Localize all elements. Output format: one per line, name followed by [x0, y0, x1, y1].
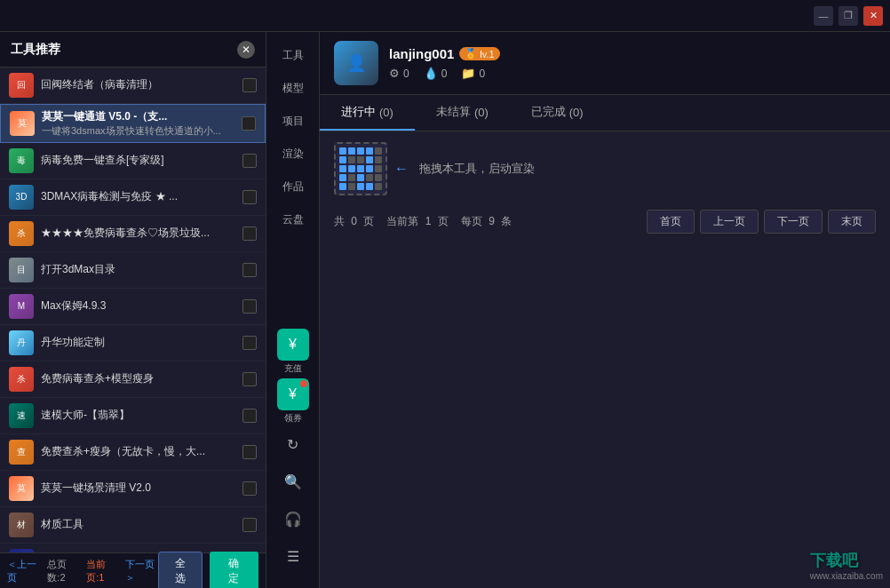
tool-checkbox[interactable] [242, 116, 256, 131]
sidebar-btn-coupon[interactable]: ¥ [277, 378, 309, 410]
tool-item[interactable]: 目打开3dMax目录 [0, 252, 266, 289]
tool-checkbox[interactable] [242, 372, 257, 386]
drag-arrow: ← [394, 161, 409, 177]
tool-item[interactable]: 材材质工具 [0, 507, 266, 544]
tool-checkbox[interactable] [242, 154, 257, 168]
sidebar-btn-search[interactable]: 🔍 [277, 465, 309, 497]
drag-grid-cell [339, 165, 346, 172]
sidebar-menu-item-projects[interactable]: 项目 [266, 105, 319, 138]
drag-grid-cell [375, 183, 382, 190]
profile-badge: 🏅 lv.1 [459, 47, 499, 60]
tool-item[interactable]: 杀免费病毒查杀+模型瘦身 [0, 362, 266, 398]
tool-item[interactable]: 莫莫莫一键场景清理 V2.0 [0, 471, 266, 507]
close-button[interactable]: ✕ [863, 6, 883, 26]
avatar: 👤 [334, 41, 378, 85]
drag-grid-cell [357, 156, 364, 163]
tab-unsettled[interactable]: 未结算(0) [415, 95, 510, 131]
footer-nav: ＜上一页 总页数:2 当前页:1 下一页＞ [7, 558, 158, 584]
drag-grid-cell [366, 147, 373, 155]
main-window: — ❐ ✕ 工具推荐 ✕ 回回阀终结者（病毒清理）莫莫莫一键通道 V5.0 -（… [0, 0, 890, 588]
tool-icon: 莫 [10, 111, 35, 136]
sidebar-btn-menu[interactable]: ☰ [277, 540, 309, 572]
tool-checkbox[interactable] [242, 263, 257, 277]
tool-icon: 目 [9, 258, 34, 282]
stat-item-1: 💧0 [424, 67, 448, 80]
prev-page-btn[interactable]: ＜上一页 [7, 558, 40, 584]
tool-item[interactable]: 杀★★★★免费病毒查杀♡场景垃圾... [0, 216, 266, 252]
tool-icon: 查 [9, 440, 34, 465]
pagination-info: 共 0 页 当前第 1 页 每页 9 条 [334, 210, 876, 234]
drag-grid-cell [375, 165, 382, 172]
tool-name: 免费病毒查杀+模型瘦身 [41, 372, 235, 386]
sidebar-menu-item-cloud[interactable]: 云盘 [266, 203, 319, 236]
profile-stats: ⚙0💧0📁0 [389, 67, 876, 80]
tool-checkbox[interactable] [242, 336, 257, 350]
drag-grid-cell [357, 174, 364, 181]
drag-grid-cell [339, 156, 346, 163]
paging-buttons: 首页上一页下一页末页 [647, 210, 876, 234]
sidebar-menu-item-tools[interactable]: 工具 [266, 39, 319, 72]
stat-item-2: 📁0 [461, 67, 485, 80]
tool-item[interactable]: 速速模大师-【翡翠】 [0, 398, 266, 434]
tool-checkbox[interactable] [242, 409, 257, 423]
sidebar-menu-item-works[interactable]: 作品 [266, 171, 319, 203]
drag-text: 拖拽本工具，启动宣染 [419, 161, 535, 177]
drag-grid-cell [348, 183, 355, 190]
title-bar: — ❐ ✕ [0, 0, 890, 32]
tool-icon: 3D [9, 185, 34, 210]
sidebar-action-charge: ¥充值 [277, 327, 309, 375]
drag-grid-cell [339, 183, 346, 190]
page-btn-末页[interactable]: 末页 [828, 210, 876, 234]
tool-item[interactable]: MMax保姆4.9.3 [0, 289, 266, 325]
footer-actions: 全选 确定 [158, 552, 258, 589]
confirm-button[interactable]: 确定 [210, 552, 258, 589]
tool-item[interactable]: 丹丹华功能定制 [0, 325, 266, 362]
sidebar-menu-item-render[interactable]: 渲染 [266, 138, 319, 171]
drag-grid-cell [366, 165, 373, 172]
stat-value-0: 0 [403, 68, 409, 80]
tab-completed[interactable]: 已完成(0) [510, 95, 605, 131]
profile-username: lanjing001 [389, 46, 454, 61]
tool-checkbox[interactable] [242, 78, 257, 92]
minimize-button[interactable]: — [814, 6, 833, 26]
sidebar-action-menu: ☰ [277, 538, 309, 574]
left-panel: 工具推荐 ✕ 回回阀终结者（病毒清理）莫莫莫一键通道 V5.0 -（支...一键… [0, 32, 266, 588]
tool-name: 速模大师-【翡翠】 [41, 409, 235, 423]
sidebar-action-coupon: ¥领券 [277, 377, 309, 425]
title-bar-controls: — ❐ ✕ [814, 6, 883, 26]
page-btn-下一页[interactable]: 下一页 [764, 210, 822, 234]
tool-item[interactable]: 3D3DMAX病毒检测与免疫 ★ ... [0, 179, 266, 216]
page-btn-上一页[interactable]: 上一页 [700, 210, 759, 234]
tool-checkbox[interactable] [242, 481, 257, 496]
page-btn-首页[interactable]: 首页 [647, 210, 695, 234]
tab-label-completed: 已完成 [531, 104, 566, 120]
profile-name-row: lanjing001 🏅 lv.1 [389, 46, 876, 61]
tab-in_progress[interactable]: 进行中(0) [320, 95, 415, 131]
select-all-button[interactable]: 全选 [158, 552, 202, 589]
sidebar-btn-refresh[interactable]: ↻ [277, 428, 309, 460]
tool-item[interactable]: 毒病毒免费一键查杀[专家级] [0, 143, 266, 179]
sidebar-btn-headset[interactable]: 🎧 [277, 503, 309, 535]
tool-checkbox[interactable] [242, 299, 257, 314]
drag-grid-cell [357, 147, 364, 155]
tool-icon: 莫 [9, 476, 34, 501]
drag-grid-cell [366, 174, 373, 181]
main-content: ← 拖拽本工具，启动宣染 共 0 页 当前第 1 页 [320, 131, 890, 588]
tool-name: 病毒免费一键查杀[专家级] [41, 154, 235, 168]
tool-checkbox[interactable] [242, 226, 257, 241]
tool-item[interactable]: 回回阀终结者（病毒清理） [0, 68, 266, 104]
next-page-btn[interactable]: 下一页＞ [125, 558, 158, 584]
drag-grid-cell [366, 183, 373, 190]
tool-checkbox[interactable] [242, 518, 257, 532]
left-panel-header: 工具推荐 ✕ [0, 32, 266, 68]
sidebar-menu-item-models[interactable]: 模型 [266, 72, 319, 105]
tool-item[interactable]: 莫莫莫一键通道 V5.0 -（支...一键将3dsmax场景快速转色快通道的小.… [0, 104, 266, 143]
tool-checkbox[interactable] [242, 445, 257, 459]
drag-grid-cell [357, 183, 364, 190]
restore-button[interactable]: ❐ [838, 6, 858, 26]
left-panel-close[interactable]: ✕ [237, 41, 255, 59]
tool-checkbox[interactable] [242, 190, 257, 204]
drag-thumb[interactable] [334, 142, 387, 195]
sidebar-btn-charge[interactable]: ¥ [277, 329, 309, 361]
tool-item[interactable]: 查免费查杀+瘦身（无故卡，慢，大... [0, 434, 266, 471]
